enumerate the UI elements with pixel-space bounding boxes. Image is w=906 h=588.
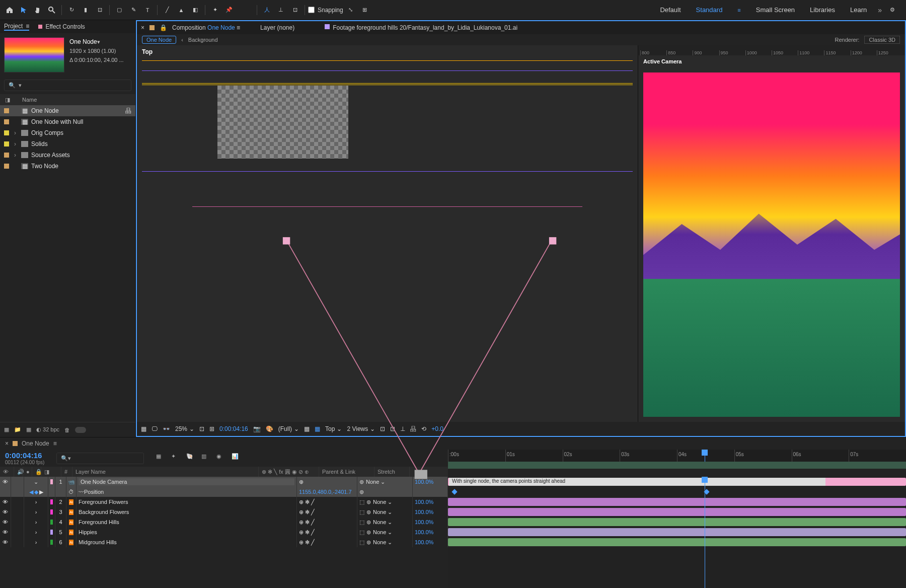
draft3d-icon[interactable]: ▦ (315, 425, 320, 432)
twirl-icon[interactable]: › (35, 529, 37, 535)
snapshot-icon[interactable]: 📷 (253, 425, 261, 432)
parent-dropdown[interactable]: None ⌄ (373, 539, 392, 546)
pixel-aspect-icon[interactable]: ⊡ (380, 425, 385, 432)
eye-icon[interactable]: 👁 (3, 519, 8, 525)
project-search[interactable]: 🔍▾ (4, 80, 131, 91)
tab-layer[interactable]: Layer (none) (260, 24, 294, 31)
col-audio[interactable]: 🔊 (14, 467, 23, 477)
layer-row[interactable]: 👁 › 2 Ai Foreground Flowers ⊕ ✻ ╱ ⬚ ⊚ No… (0, 497, 448, 507)
camera-tool-icon[interactable]: ▮ (79, 4, 92, 17)
parent-dropdown[interactable]: None ⌄ (373, 499, 392, 505)
col-label[interactable]: ◨ (41, 467, 61, 477)
flowchart-icon[interactable]: 品 (410, 425, 416, 433)
pan-behind-tool-icon[interactable]: ⊡ (93, 4, 106, 17)
parent-dropdown[interactable]: None ⌄ (373, 509, 392, 516)
fast-preview-icon[interactable]: ⊡ (390, 425, 395, 432)
tl-menu-icon[interactable]: ≡ (53, 440, 57, 447)
twirl-icon[interactable]: › (35, 519, 37, 525)
crumb-back[interactable]: Background (188, 37, 218, 43)
flowchart-icon[interactable]: 品 (125, 107, 131, 115)
roto-tool-icon[interactable]: ✦ (208, 4, 221, 17)
comp-mini-icon[interactable]: ▦ (156, 453, 166, 463)
ws-standard[interactable]: Standard (696, 6, 723, 14)
project-item[interactable]: ▦Two Node (0, 161, 135, 172)
eye-icon[interactable]: 👁 (3, 509, 8, 515)
pickwhip-icon[interactable]: ⊚ (359, 489, 364, 495)
trash-icon[interactable]: 🗑 (64, 427, 70, 433)
tab-composition[interactable]: Composition One Node ≡ (172, 24, 240, 31)
settings-icon[interactable]: ⚙ (886, 4, 899, 17)
ws-learn[interactable]: Learn (850, 6, 867, 14)
keyframe-icon[interactable] (451, 489, 457, 494)
parent-dropdown[interactable]: None ⌄ (373, 519, 392, 526)
project-item[interactable]: ›Orig Comps (0, 127, 135, 138)
type-tool-icon[interactable]: T (141, 4, 154, 17)
orbit-tool-icon[interactable]: ↻ (65, 4, 78, 17)
eye-icon[interactable]: 👁 (3, 479, 8, 485)
tab-footage[interactable]: Footage foreground hills 20/Fantasy_land… (325, 24, 517, 31)
cube-icon[interactable]: ⬚ (359, 509, 364, 516)
ws-default[interactable]: Default (660, 6, 681, 14)
ws-small[interactable]: Small Screen (756, 6, 795, 14)
next-kf-icon[interactable]: ▶ (39, 489, 43, 495)
draft3d-icon[interactable]: ✦ (171, 453, 181, 463)
views-dropdown[interactable]: 2 Views ⌄ (347, 425, 375, 432)
graph-editor-icon[interactable]: 📊 (232, 453, 242, 463)
tl-close-icon[interactable]: × (5, 440, 9, 447)
crumb-back-icon[interactable]: ‹ (181, 37, 183, 43)
tab-project[interactable]: Project ≡ (4, 23, 29, 31)
cube-icon[interactable]: ⬚ (359, 519, 364, 526)
project-item[interactable]: ›Solids (0, 138, 135, 150)
alpha-icon[interactable]: ▦ (141, 425, 146, 432)
work-area-bar[interactable] (448, 462, 906, 469)
pickwhip-icon[interactable]: ⊚ (366, 539, 371, 546)
playhead[interactable] (705, 450, 705, 462)
pen-tool-icon[interactable]: ✎ (127, 4, 140, 17)
selection-tool-icon[interactable] (17, 4, 30, 17)
interpret-icon[interactable]: ▦ (4, 426, 9, 433)
stopwatch-icon[interactable]: ⏱ (68, 489, 74, 495)
parent-dropdown[interactable]: None ⌄ (366, 479, 385, 485)
motion-blur-icon[interactable]: ◉ (216, 453, 226, 463)
current-time[interactable]: 0:00:04:16 (219, 425, 248, 432)
twirl-icon[interactable]: › (35, 539, 37, 545)
cube-icon[interactable]: ⬚ (359, 529, 364, 536)
channel-icon[interactable]: 🎨 (266, 425, 273, 432)
pickwhip-icon[interactable]: ⊚ (366, 509, 371, 516)
new-folder-icon[interactable]: 📁 (14, 426, 21, 433)
resolution-dropdown[interactable]: (Full) ⌄ (278, 425, 299, 432)
search-dropdown-icon[interactable]: ▾ (19, 82, 22, 89)
world-axis-icon[interactable]: ⊥ (274, 4, 287, 17)
layer-row[interactable]: 👁 ⌄ 1 📹 One Node Camera ⊕ ⊚ None ⌄ 100.0… (0, 477, 448, 487)
view-axis-icon[interactable]: ⊡ (288, 4, 301, 17)
snap-edge-icon[interactable]: ⤡ (344, 4, 357, 17)
snapping-checkbox[interactable] (308, 7, 315, 13)
tl-search[interactable]: 🔍▾ (56, 453, 144, 464)
layer-row[interactable]: 👁 › 6 Ai Midground Hills ⊕ ✻ ╱ ⬚ ⊚ None … (0, 537, 448, 547)
layer-row[interactable]: 👁 › 4 Ai Foreground Hills ⊕ ✻ ╱ ⬚ ⊚ None… (0, 517, 448, 527)
prev-kf-icon[interactable]: ◀ (29, 489, 33, 495)
zoom-dropdown[interactable]: 25% ⌄ (175, 425, 194, 432)
renderer-dropdown[interactable]: Classic 3D (864, 36, 900, 44)
layer-row[interactable]: 👁 › 3 Ai Background Flowers ⊕ ✻ ╱ ⬚ ⊚ No… (0, 507, 448, 517)
add-kf-icon[interactable]: ◆ (34, 489, 38, 495)
snap-grid-icon[interactable]: ⊞ (358, 4, 371, 17)
viewer-active-camera[interactable]: 800850900950100010501100115012001250 Act… (638, 45, 905, 422)
cube-icon[interactable]: ⬚ (359, 499, 364, 505)
brush-tool-icon[interactable]: ╱ (161, 4, 174, 17)
bpc-toggle[interactable]: ◐ 32 bpc (36, 426, 59, 433)
reset-exposure-icon[interactable]: ⟲ (421, 425, 426, 432)
tl-tab[interactable]: One Node (22, 440, 49, 447)
layer-row[interactable]: 👁 › 5 Ai Hippies ⊕ ✻ ╱ ⬚ ⊚ None ⌄ 100.0% (0, 527, 448, 537)
frame-blend-icon[interactable]: ▥ (201, 453, 211, 463)
transparency-icon[interactable]: ▦ (304, 425, 310, 432)
col-visibility[interactable]: 👁 (0, 467, 14, 477)
cube-icon[interactable]: ⬚ (359, 539, 364, 546)
eye-icon[interactable]: 👁 (3, 529, 8, 535)
eye-icon[interactable]: 👁 (3, 499, 8, 505)
marker-comment[interactable]: With single node, the camera points stra… (449, 478, 825, 486)
pickwhip-icon[interactable]: ⊚ (366, 499, 371, 505)
timeline-ruler[interactable]: :00s01s02s03s04s05s06s07s (448, 450, 906, 462)
position-value[interactable]: 1155.0,480.0,-2401.7 (297, 487, 357, 497)
view-dropdown[interactable]: Top ⌄ (325, 425, 342, 432)
